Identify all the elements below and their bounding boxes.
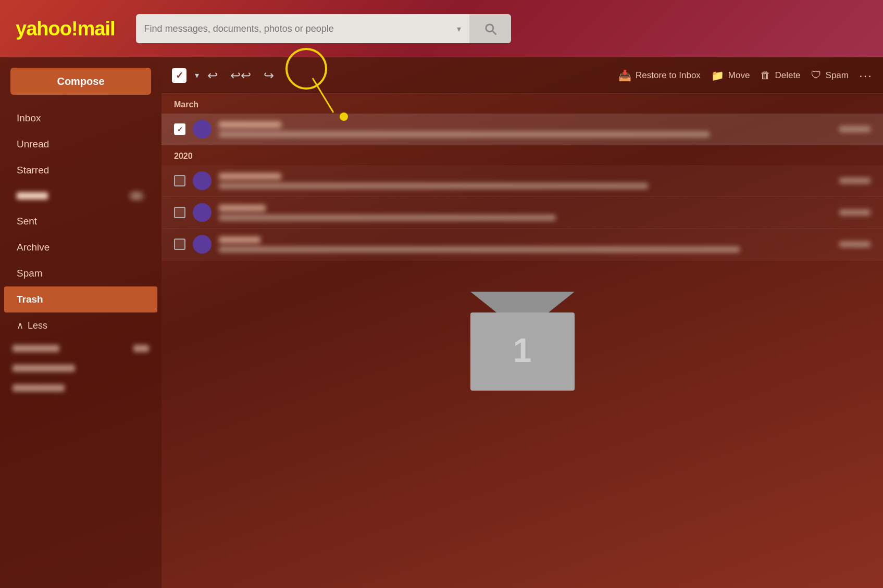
sidebar-blurred-row-3	[13, 378, 149, 398]
email-row[interactable]	[161, 197, 883, 229]
date-group-march: March	[161, 94, 883, 114]
email-row[interactable]	[161, 114, 883, 145]
sidebar-label-drafts	[17, 192, 48, 199]
forward-button[interactable]: ↪	[259, 65, 278, 86]
header: yahoo!mail ▾	[0, 0, 883, 57]
envelope-body: 1	[470, 312, 575, 391]
email-date-3	[839, 209, 870, 216]
content-area: ▾ ↩ ↩↩ ↪ 📥 Restore to Inbox 📁 Move 🗑 Del…	[161, 57, 883, 588]
envelope-illustration: 1	[470, 292, 575, 391]
email-checkbox-2[interactable]	[174, 175, 185, 186]
sidebar-item-sent[interactable]: Sent	[4, 208, 157, 234]
spam-label: Spam	[826, 70, 849, 81]
search-input[interactable]	[144, 23, 453, 34]
delete-icon: 🗑	[760, 69, 770, 81]
email-sender-3	[219, 205, 266, 211]
toolbar: ▾ ↩ ↩↩ ↪ 📥 Restore to Inbox 📁 Move 🗑 Del…	[161, 57, 883, 94]
email-date-2	[839, 178, 870, 184]
email-meta-2	[839, 178, 870, 184]
sidebar-label-archive: Archive	[17, 242, 49, 253]
restore-label: Restore to Inbox	[636, 70, 701, 81]
email-sender-1	[219, 121, 281, 128]
email-date-4	[839, 241, 870, 247]
compose-button[interactable]: Compose	[10, 68, 151, 95]
email-content-3	[219, 205, 832, 221]
select-all-button[interactable]	[172, 68, 186, 83]
search-button[interactable]	[469, 14, 511, 43]
sidebar-item-starred[interactable]: Starred	[4, 157, 157, 183]
sidebar-label-inbox: Inbox	[17, 112, 41, 124]
move-label: Move	[728, 70, 750, 81]
avatar-2	[193, 171, 212, 190]
delete-label: Delete	[775, 70, 800, 81]
search-dropdown-icon[interactable]: ▾	[457, 24, 461, 34]
email-meta-1	[839, 126, 870, 132]
sidebar-item-inbox[interactable]: Inbox	[4, 105, 157, 131]
sidebar-label-trash: Trash	[17, 294, 43, 305]
sidebar-label-unread: Unread	[17, 139, 49, 150]
sidebar-label-starred: Starred	[17, 165, 49, 176]
date-march-label: March	[174, 100, 198, 109]
sidebar-blurred-section	[0, 339, 161, 398]
main-layout: Compose Inbox Unread Starred 21 Sent Arc…	[0, 57, 883, 588]
email-content-2	[219, 173, 832, 189]
email-subject-4	[219, 246, 740, 253]
email-date-1	[839, 126, 870, 132]
sidebar-nav: Inbox Unread Starred 21 Sent Archive Spa…	[0, 105, 161, 312]
sidebar-item-spam[interactable]: Spam	[4, 260, 157, 286]
sidebar-blurred-row-1	[13, 339, 149, 358]
email-subject-3	[219, 215, 556, 221]
sidebar-label-sent: Sent	[17, 216, 37, 227]
spam-button[interactable]: 🛡 Spam	[811, 69, 849, 81]
caret-up-icon: ∧	[17, 320, 23, 331]
blurred-label-2	[13, 365, 75, 372]
sidebar-item-archive[interactable]: Archive	[4, 234, 157, 260]
email-list: March 2020	[161, 94, 883, 588]
email-checkbox-3[interactable]	[174, 207, 185, 218]
empty-state: 1	[161, 260, 883, 391]
envelope-count: 1	[513, 331, 532, 370]
blurred-badge-1	[133, 345, 149, 352]
move-button[interactable]: 📁 Move	[711, 69, 750, 82]
date-group-2020: 2020	[161, 145, 883, 165]
sidebar-blurred-row-2	[13, 358, 149, 378]
yahoo-text: yahoo!mail	[16, 18, 115, 40]
search-input-wrap: ▾	[136, 14, 469, 43]
reply-all-button[interactable]: ↩↩	[226, 65, 255, 86]
avatar-1	[193, 120, 212, 139]
avatar-3	[193, 203, 212, 222]
select-dropdown-chevron[interactable]: ▾	[195, 70, 199, 80]
avatar-4	[193, 235, 212, 254]
sidebar: Compose Inbox Unread Starred 21 Sent Arc…	[0, 57, 161, 588]
email-content-1	[219, 121, 832, 137]
select-all-checkbox[interactable]	[172, 68, 186, 83]
email-sender-2	[219, 173, 281, 180]
exclamation: !	[71, 18, 78, 40]
email-checkbox-1[interactable]	[174, 123, 185, 135]
search-icon	[483, 21, 498, 36]
sidebar-label-spam: Spam	[17, 268, 43, 279]
less-button[interactable]: ∧ Less	[4, 312, 157, 339]
less-label: Less	[28, 320, 47, 331]
sidebar-item-drafts[interactable]: 21	[4, 183, 157, 208]
email-content-4	[219, 236, 832, 253]
blurred-label-3	[13, 384, 65, 392]
date-2020-label: 2020	[174, 152, 193, 160]
restore-to-inbox-button[interactable]: 📥 Restore to Inbox	[618, 69, 701, 82]
spam-icon: 🛡	[811, 69, 822, 81]
reply-button[interactable]: ↩	[203, 65, 222, 86]
toolbar-left: ▾ ↩ ↩↩ ↪	[172, 65, 278, 86]
email-meta-3	[839, 209, 870, 216]
move-icon: 📁	[711, 69, 724, 82]
email-row[interactable]	[161, 165, 883, 197]
email-subject-2	[219, 183, 648, 189]
sidebar-item-unread[interactable]: Unread	[4, 131, 157, 157]
more-options-button[interactable]: ···	[859, 68, 873, 83]
delete-button[interactable]: 🗑 Delete	[760, 69, 800, 81]
sidebar-item-trash[interactable]: Trash	[4, 286, 157, 312]
restore-icon: 📥	[618, 69, 631, 82]
email-checkbox-4[interactable]	[174, 239, 185, 250]
yahoo-mail-logo: yahoo!mail	[16, 18, 115, 40]
email-row[interactable]	[161, 229, 883, 260]
toolbar-actions: 📥 Restore to Inbox 📁 Move 🗑 Delete 🛡 Spa…	[618, 68, 873, 83]
